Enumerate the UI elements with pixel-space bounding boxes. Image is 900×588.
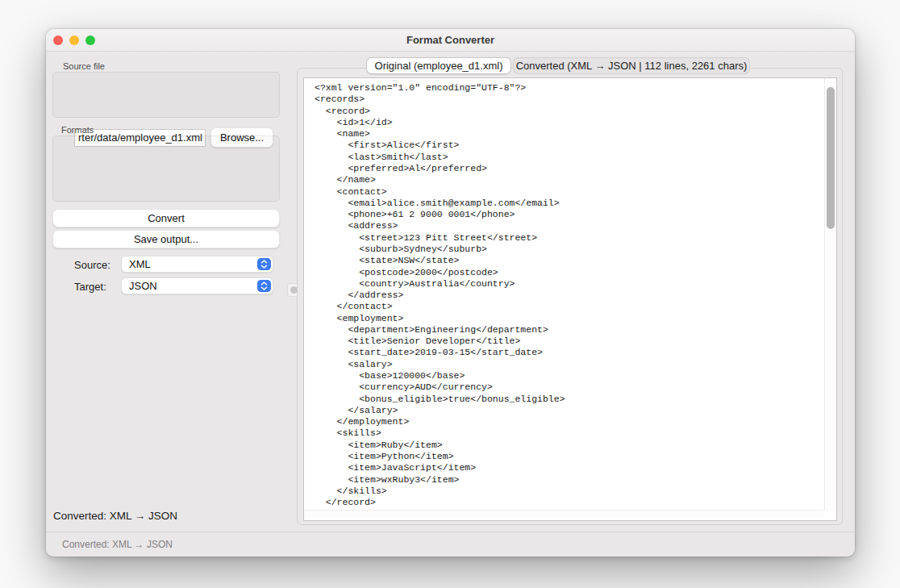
target-format-select[interactable]: JSON: [121, 277, 273, 294]
dropdown-stepper-icon: [257, 258, 271, 270]
formats-group-label: Formats: [61, 125, 94, 135]
formats-groupbox: Source: XML Target: JSON: [52, 136, 280, 202]
target-format-label: Target:: [74, 281, 106, 293]
vertical-scrollbar[interactable]: [824, 78, 836, 510]
format-converter-window: Format Converter Source file rter/data/e…: [46, 29, 855, 557]
save-output-button[interactable]: Save output...: [52, 230, 280, 248]
window-title: Format Converter: [46, 29, 855, 52]
xml-content-textarea[interactable]: <?xml version="1.0" encoding="UTF-8"?> <…: [303, 77, 837, 521]
tab-original[interactable]: Original (employee_d1.xml): [366, 57, 511, 74]
code-viewport: <?xml version="1.0" encoding="UTF-8"?> <…: [304, 78, 823, 511]
vertical-scrollbar-thumb[interactable]: [827, 87, 835, 229]
horizontal-scrollbar[interactable]: [304, 510, 823, 520]
source-format-value: XML: [129, 258, 151, 270]
status-bar-text: Converted: XML → JSON: [62, 539, 173, 550]
source-file-groupbox: rter/data/employee_d1.xml Browse...: [52, 72, 280, 118]
tab-converted[interactable]: Converted (XML → JSON | 112 lines, 2261 …: [513, 57, 750, 74]
target-format-value: JSON: [129, 280, 157, 292]
conversion-status-text: Converted: XML → JSON: [53, 510, 177, 522]
source-format-select[interactable]: XML: [121, 256, 273, 273]
desktop-background: Format Converter Source file rter/data/e…: [0, 0, 900, 588]
title-bar[interactable]: Format Converter: [46, 29, 855, 52]
convert-button[interactable]: Convert: [52, 209, 280, 227]
xml-source-code: <?xml version="1.0" encoding="UTF-8"?> <…: [304, 78, 823, 511]
dropdown-stepper-icon: [257, 280, 271, 292]
source-file-group-label: Source file: [63, 61, 105, 71]
status-bar: Converted: XML → JSON: [46, 532, 855, 557]
source-format-label: Source:: [74, 259, 110, 271]
